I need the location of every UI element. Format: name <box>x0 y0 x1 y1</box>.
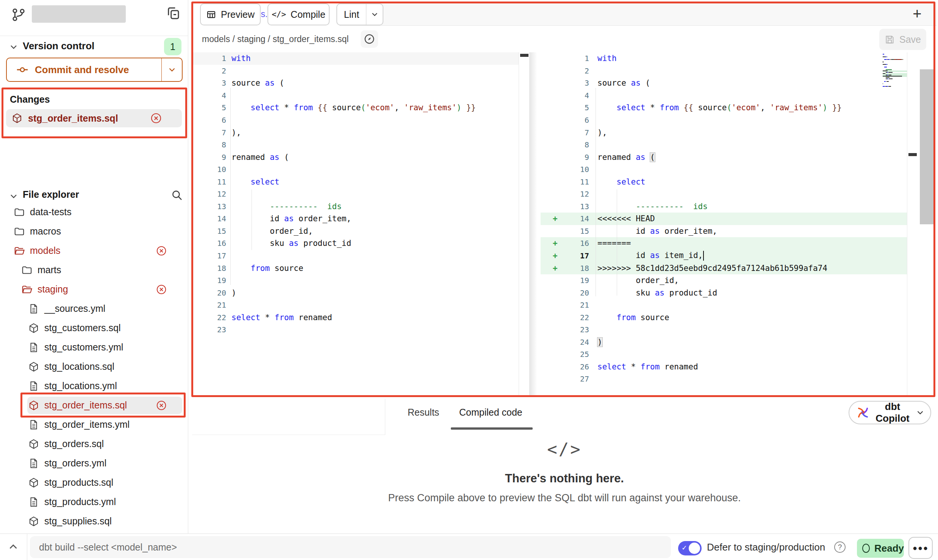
code-line: 14 id as order_item, <box>192 213 519 225</box>
copy-files-icon[interactable] <box>165 5 181 21</box>
doc-icon <box>28 303 39 314</box>
explorer-item-stg_order_items.sql[interactable]: stg_order_items.sql <box>0 396 188 415</box>
code-editor-left[interactable]: 1with23source as (45 select * from {{ so… <box>192 52 519 396</box>
explorer-item-stg_products.sql[interactable]: stg_products.sql <box>0 473 188 492</box>
doc-icon <box>28 342 39 353</box>
explorer-item-label: marts <box>38 264 61 275</box>
chevron-down-icon[interactable] <box>8 42 19 52</box>
more-options-button[interactable]: ●●● <box>908 537 933 559</box>
code-line: 21 <box>541 299 907 311</box>
code-line: 26select * from renamed <box>541 361 907 373</box>
explorer-item-staging[interactable]: staging <box>0 280 188 299</box>
changes-header: Changes <box>10 94 50 105</box>
doc-icon <box>28 380 39 392</box>
explorer-item-__sources.yml[interactable]: __sources.yml <box>0 299 188 318</box>
branch-name-redacted <box>32 5 126 23</box>
tab-compiled-code[interactable]: Compiled code <box>459 399 522 425</box>
commit-and-resolve-button[interactable]: Commit and resolve <box>6 58 183 82</box>
explorer-item-marts[interactable]: marts <box>0 260 188 280</box>
code-line: 7), <box>192 126 519 139</box>
compile-label: Compile <box>291 9 325 20</box>
save-label: Save <box>899 34 921 45</box>
explorer-item-stg_locations.sql[interactable]: stg_locations.sql <box>0 357 188 376</box>
minimap[interactable] <box>883 54 907 89</box>
explorer-item-label: stg_supplies.sql <box>44 516 112 527</box>
git-branch-icon[interactable] <box>11 7 27 23</box>
explorer-item-label: data-tests <box>30 206 72 217</box>
ready-status-badge[interactable]: Ready <box>857 539 904 558</box>
explorer-item-stg_customers.sql[interactable]: stg_customers.sql <box>0 318 188 338</box>
discard-change-icon[interactable] <box>156 400 167 411</box>
chevron-up-icon[interactable] <box>7 540 20 554</box>
explorer-item-label: stg_products.yml <box>44 496 116 507</box>
dbt-ide-app: Version control 1 Commit and resolve Cha… <box>0 0 938 560</box>
search-icon[interactable] <box>170 189 183 202</box>
chevron-down-icon[interactable] <box>8 191 19 202</box>
explorer-item-stg_orders.yml[interactable]: stg_orders.yml <box>0 454 188 473</box>
explorer-item-stg_locations.yml[interactable]: stg_locations.yml <box>0 376 188 396</box>
ready-label: Ready <box>874 543 904 554</box>
commit-icon <box>16 63 29 76</box>
chevron-down-icon <box>915 408 925 418</box>
preview-button[interactable]: Preview <box>200 3 261 25</box>
file-explorer-header[interactable]: File explorer <box>23 189 79 200</box>
explorer-item-label: stg_orders.yml <box>44 458 106 469</box>
version-control-header[interactable]: Version control <box>23 40 94 52</box>
explorer-item-stg_products.yml[interactable]: stg_products.yml <box>0 492 188 512</box>
explorer-item-models[interactable]: models <box>0 241 188 260</box>
compile-button[interactable]: </> Compile <box>267 3 330 25</box>
save-button[interactable]: Save <box>879 29 926 50</box>
changed-file-name: stg_order_items.sql <box>28 113 118 124</box>
breadcrumb: models / staging / stg_order_items.sql <box>202 26 349 52</box>
explorer-item-stg_orders.sql[interactable]: stg_orders.sql <box>0 434 188 454</box>
code-line: 24) <box>541 336 907 349</box>
left-pane-scrollbar[interactable] <box>519 52 529 396</box>
explorer-item-stg_supplies.sql[interactable]: stg_supplies.sql <box>0 512 188 531</box>
doc-icon <box>28 496 39 508</box>
tab-results[interactable]: Results <box>408 399 439 425</box>
discard-change-icon[interactable] <box>156 245 167 257</box>
explorer-item-label: stg_products.sql <box>44 477 113 488</box>
code-line: 8 <box>192 139 519 151</box>
check-icon: ✓ <box>682 544 687 552</box>
explorer-item-stg_customers.yml[interactable]: stg_customers.yml <box>0 338 188 357</box>
discard-change-icon[interactable] <box>156 284 167 295</box>
commit-dropdown-caret[interactable] <box>161 58 182 81</box>
lint-dropdown-caret[interactable] <box>366 4 383 25</box>
explorer-item-stg_order_items.yml[interactable]: stg_order_items.yml <box>0 415 188 434</box>
dbt-copilot-button[interactable]: dbt Copilot <box>849 401 931 424</box>
code-icon: </> <box>272 10 286 19</box>
lineage-compass-icon[interactable] <box>361 30 378 48</box>
status-circle-icon <box>862 544 870 553</box>
empty-state-subtitle: Press Compile above to preview the SQL d… <box>192 492 937 504</box>
code-line: 2 <box>541 65 907 77</box>
model-icon <box>28 322 39 334</box>
sidebar: Version control 1 Commit and resolve Cha… <box>0 0 188 560</box>
model-icon <box>28 361 39 372</box>
file-explorer-tree[interactable]: data-testsmacrosmodelsmartsstaging__sour… <box>0 202 188 533</box>
code-line: 12 <box>192 188 519 200</box>
explorer-item-label: macros <box>30 226 61 237</box>
folder-open-icon <box>14 245 25 257</box>
empty-state-title: There's nothing here. <box>192 472 937 485</box>
code-line: 15 order_id, <box>192 225 519 238</box>
help-icon[interactable]: ? <box>834 541 846 553</box>
pane-divider <box>529 52 541 396</box>
code-line: 17 <box>192 250 519 262</box>
changed-file-row[interactable]: stg_order_items.sql <box>6 109 182 127</box>
command-input[interactable] <box>30 536 671 558</box>
explorer-item-data-tests[interactable]: data-tests <box>0 202 188 222</box>
defer-toggle[interactable]: ✓ <box>678 541 702 555</box>
explorer-item-label: models <box>30 245 61 256</box>
new-tab-button[interactable]: + <box>908 5 926 23</box>
explorer-item-label: stg_locations.yml <box>44 380 117 391</box>
code-line: 18 from source <box>192 262 519 274</box>
outer-scrollbar-thumb[interactable] <box>920 69 934 224</box>
lint-button[interactable]: Lint <box>336 3 383 25</box>
code-line: 22select * from renamed <box>192 311 519 324</box>
right-pane-scrollbar[interactable] <box>907 52 918 396</box>
discard-change-icon[interactable] <box>150 112 162 124</box>
explorer-item-macros[interactable]: macros <box>0 222 188 241</box>
code-line: 23 <box>192 324 519 336</box>
action-button-bar <box>192 399 385 435</box>
